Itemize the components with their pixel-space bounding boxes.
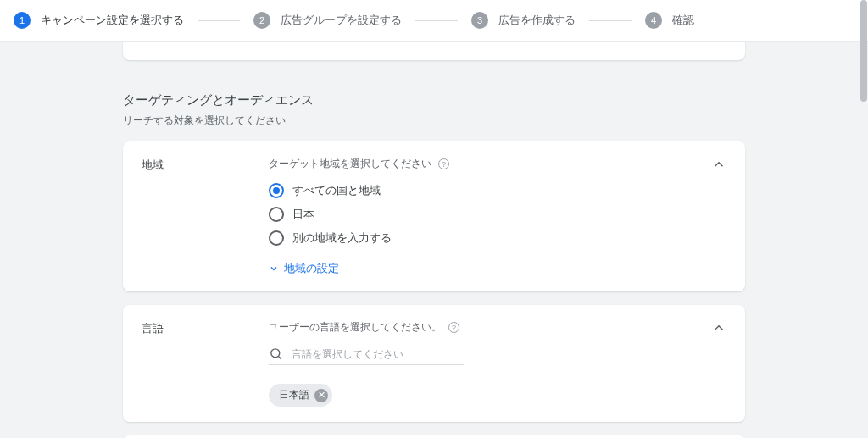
radio-icon <box>269 230 284 246</box>
location-help: ターゲット地域を選択してください ? <box>269 157 711 171</box>
targeting-section-header: ターゲティングとオーディエンス リーチする対象を選択してください <box>123 92 745 128</box>
previous-card-fragment <box>123 42 745 60</box>
help-icon[interactable]: ? <box>438 158 449 169</box>
svg-point-0 <box>271 349 280 358</box>
chevron-up-icon <box>711 157 726 172</box>
section-subtitle: リーチする対象を選択してください <box>123 114 745 128</box>
collapse-toggle[interactable] <box>711 157 726 175</box>
language-chips: 日本語 ✕ <box>269 384 711 407</box>
search-icon <box>269 347 283 361</box>
help-icon[interactable]: ? <box>448 322 459 333</box>
language-label: 言語 <box>142 320 269 336</box>
location-label: 地域 <box>142 157 269 173</box>
radio-all-countries[interactable]: すべての国と地域 <box>269 183 711 198</box>
step-2[interactable]: 2 広告グループを設定する <box>253 12 402 29</box>
radio-icon <box>269 207 284 222</box>
radio-icon <box>269 183 284 198</box>
chevron-up-icon <box>711 320 726 335</box>
step-number-icon: 1 <box>14 12 31 29</box>
svg-line-1 <box>279 357 281 359</box>
step-connector <box>589 20 632 21</box>
step-connector <box>415 20 458 21</box>
language-chip: 日本語 ✕ <box>269 384 332 407</box>
step-3[interactable]: 3 広告を作成する <box>471 12 576 29</box>
section-title: ターゲティングとオーディエンス <box>123 92 745 108</box>
page-content: ターゲティングとオーディエンス リーチする対象を選択してください 地域 ターゲッ… <box>0 42 868 438</box>
language-card: 言語 ユーザーの言語を選択してください。 ? 日本語 ✕ <box>123 305 745 422</box>
location-radio-group: すべての国と地域 日本 別の地域を入力する <box>269 183 711 246</box>
step-1[interactable]: 1 キャンペーン設定を選択する <box>14 12 184 29</box>
step-label: 広告を作成する <box>498 13 576 28</box>
radio-enter-other[interactable]: 別の地域を入力する <box>269 230 711 246</box>
radio-japan[interactable]: 日本 <box>269 207 711 222</box>
stepper: 1 キャンペーン設定を選択する 2 広告グループを設定する 3 広告を作成する … <box>0 0 868 42</box>
chip-remove-icon[interactable]: ✕ <box>314 389 328 402</box>
collapse-toggle[interactable] <box>711 320 726 338</box>
step-number-icon: 2 <box>253 12 270 29</box>
language-search[interactable] <box>269 347 464 365</box>
step-label: キャンペーン設定を選択する <box>41 13 184 28</box>
location-card: 地域 ターゲット地域を選択してください ? すべての国と地域 日本 <box>123 141 745 291</box>
location-settings-link[interactable]: 地域の設定 <box>269 261 339 276</box>
step-4[interactable]: 4 確認 <box>645 12 694 29</box>
language-search-input[interactable] <box>292 348 464 360</box>
language-help: ユーザーの言語を選択してください。 ? <box>269 320 711 335</box>
step-connector <box>198 20 240 21</box>
chevron-down-icon <box>269 263 279 274</box>
step-number-icon: 4 <box>645 12 662 29</box>
step-label: 確認 <box>672 13 694 28</box>
scrollbar-thumb[interactable] <box>860 0 867 102</box>
step-label: 広告グループを設定する <box>281 13 402 28</box>
step-number-icon: 3 <box>471 12 488 29</box>
